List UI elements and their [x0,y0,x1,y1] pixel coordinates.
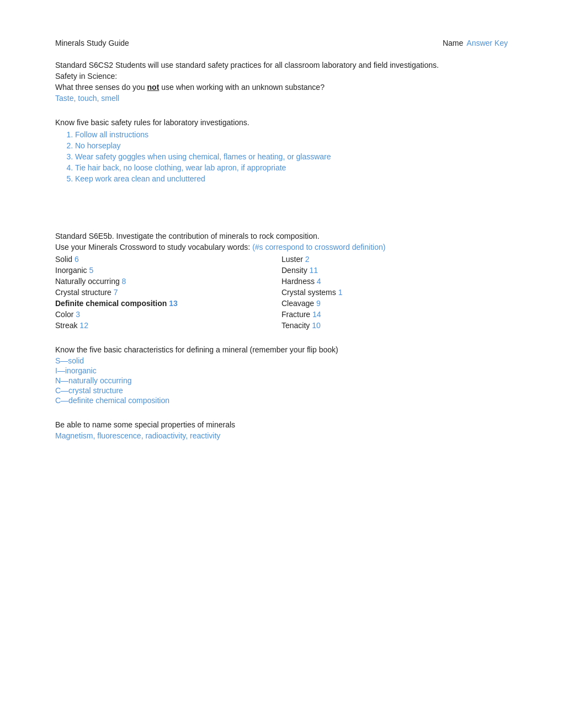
list-item: Keep work area clean and uncluttered [75,174,508,183]
char-chemical: C—definite chemical composition [55,396,508,405]
vocab-solid-num: 6 [75,255,79,264]
list-item: Wear safety goggles when using chemical,… [75,152,508,161]
standard2-text1: Standard S6E5b. Investigate the contribu… [55,232,508,240]
page: Minerals Study Guide Name Answer Key Sta… [0,0,563,494]
char-inorganic: I—inorganic [55,366,508,375]
vocab-hardness-num: 4 [317,277,321,286]
vocab-crystal-systems: Crystal systems 1 [282,288,508,297]
name-label: Name [443,39,463,47]
answer-key-label: Answer Key [466,39,508,47]
char-solid: S—solid [55,356,508,365]
section-characteristics: Know the five basic characteristics for … [55,345,508,405]
standard2-text2: Use your Minerals Crossword to study voc… [55,243,508,251]
safety-rules-intro: Know five basic safety rules for laborat… [55,118,508,127]
vocab-tenacity-num: 10 [312,321,321,330]
special-props-intro: Be able to name some special properties … [55,420,508,429]
vocab-inorganic: Inorganic 5 [55,266,282,275]
vocab-hardness: Hardness 4 [282,277,508,286]
standard1-text1: Standard S6CS2 Students will use standar… [55,61,508,69]
safety-in-science-label: Safety in Science: [55,72,117,81]
characteristics-intro: Know the five basic characteristics for … [55,345,508,354]
vocab-color: Color 3 [55,310,282,319]
document-title: Minerals Study Guide [55,39,129,47]
special-props-answer: Magnetism, fluorescence, radioactivity, … [55,431,508,440]
list-item: Tie hair back, no loose clothing, wear l… [75,163,508,172]
char-crystal: C—crystal structure [55,386,508,395]
vocab-streak-num: 12 [79,321,88,330]
crossword-intro: Use your Minerals Crossword to study voc… [55,243,250,251]
vocab-fracture-num: 14 [312,310,321,319]
section-standard1: Standard S6CS2 Students will use standar… [55,61,508,103]
char-naturally: N—naturally occurring [55,376,508,385]
vocab-density: Density 11 [282,266,508,275]
vocab-luster: Luster 2 [282,255,508,264]
header: Minerals Study Guide Name Answer Key [55,39,508,47]
characteristics-list: S—solid I—inorganic N—naturally occurrin… [55,356,508,405]
vocab-grid: Solid 6 Luster 2 Inorganic 5 Density 11 … [55,255,508,330]
question-line: What three senses do you not use when wo… [55,83,508,92]
vocab-density-num: 11 [310,266,318,275]
safety-in-science: Safety in Science: [55,72,508,81]
spacer1 [55,199,508,232]
vocab-definite: Definite chemical composition 13 [55,299,282,308]
vocab-tenacity: Tenacity 10 [282,321,508,330]
vocab-crystal-structure: Crystal structure 7 [55,288,282,297]
header-name-area: Name Answer Key [443,39,508,47]
vocab-streak: Streak 12 [55,321,282,330]
standard1-text1-content: Standard S6CS2 Students will use standar… [55,61,439,69]
vocab-cleavage: Cleavage 9 [282,299,508,308]
list-item: No horseplay [75,141,508,150]
vocab-color-num: 3 [76,310,80,319]
vocab-crystal-systems-num: 1 [338,288,343,297]
vocab-fracture: Fracture 14 [282,310,508,319]
section-special-properties: Be able to name some special properties … [55,420,508,440]
section-safety-rules: Know five basic safety rules for laborat… [55,118,508,183]
crossword-note: (#s correspond to crossword definition) [252,243,385,251]
section-standard2: Standard S6E5b. Investigate the contribu… [55,232,508,330]
safety-rules-list: Follow all instructions No horseplay Wea… [75,130,508,183]
answer-senses: Taste, touch, smell [55,94,508,103]
vocab-cleavage-num: 9 [316,299,321,308]
vocab-luster-num: 2 [305,255,310,264]
vocab-naturally: Naturally occurring 8 [55,277,282,286]
vocab-inorganic-num: 5 [89,266,93,275]
vocab-crystal-structure-num: 7 [114,288,118,297]
not-word: not [147,83,160,92]
list-item: Follow all instructions [75,130,508,139]
vocab-naturally-num: 8 [122,277,126,286]
vocab-definite-num: 13 [169,299,178,308]
vocab-solid: Solid 6 [55,255,282,264]
